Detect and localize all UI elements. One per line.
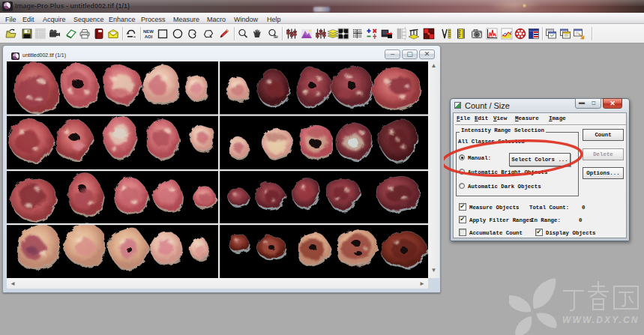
svg-text:NEW: NEW xyxy=(143,29,154,34)
svg-text:WWW.DXY.CN: WWW.DXY.CN xyxy=(562,315,640,325)
svg-text:AOI: AOI xyxy=(144,34,152,39)
